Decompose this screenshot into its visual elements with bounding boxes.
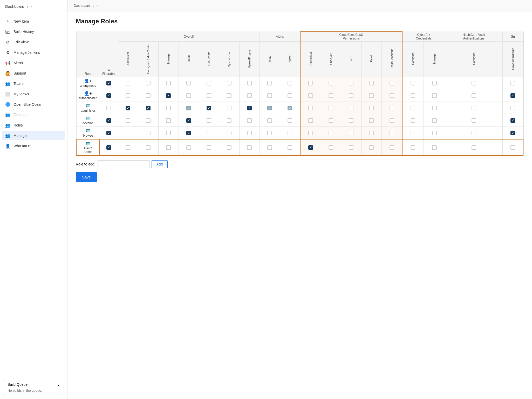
- checkbox[interactable]: [432, 131, 437, 135]
- checkbox[interactable]: [432, 145, 437, 150]
- sidebar-item-new-item[interactable]: + New Item: [0, 16, 67, 26]
- checkbox[interactable]: [510, 93, 515, 98]
- checkbox-authenticated-filterable[interactable]: [106, 93, 111, 98]
- checkbox-casc-admin-filterable[interactable]: [106, 145, 111, 150]
- checkbox[interactable]: [247, 145, 252, 150]
- checkbox[interactable]: [227, 81, 231, 85]
- checkbox[interactable]: [126, 145, 130, 150]
- checkbox[interactable]: [510, 131, 515, 135]
- checkbox[interactable]: [146, 131, 151, 135]
- checkbox[interactable]: [329, 118, 333, 123]
- checkbox[interactable]: [186, 81, 191, 85]
- save-button[interactable]: Save: [76, 172, 97, 182]
- checkbox[interactable]: [288, 93, 292, 98]
- checkbox[interactable]: [308, 81, 313, 85]
- checkbox[interactable]: [207, 145, 211, 150]
- checkbox[interactable]: [186, 131, 191, 135]
- sidebar-item-teams[interactable]: 👥 Teams: [0, 78, 67, 89]
- checkbox[interactable]: [207, 93, 211, 98]
- checkbox[interactable]: [288, 145, 292, 150]
- checkbox[interactable]: [227, 93, 231, 98]
- checkbox[interactable]: [146, 118, 151, 123]
- sidebar-item-who-am-i[interactable]: 👤 Who am I?: [0, 141, 67, 151]
- checkbox[interactable]: [166, 131, 171, 135]
- checkbox[interactable]: [146, 93, 151, 98]
- checkbox[interactable]: [267, 93, 272, 98]
- checkbox[interactable]: [411, 145, 415, 150]
- checkbox[interactable]: [432, 81, 437, 85]
- checkbox[interactable]: [349, 93, 353, 98]
- checkbox-develop-filterable[interactable]: [106, 118, 111, 123]
- checkbox[interactable]: [247, 106, 252, 110]
- checkbox[interactable]: [126, 131, 130, 135]
- checkbox[interactable]: [411, 93, 415, 98]
- checkbox[interactable]: [166, 106, 171, 110]
- checkbox[interactable]: [369, 81, 374, 85]
- checkbox[interactable]: [308, 118, 313, 123]
- checkbox[interactable]: [288, 81, 292, 85]
- checkbox[interactable]: [186, 93, 191, 98]
- checkbox[interactable]: [390, 106, 394, 110]
- checkbox[interactable]: [247, 131, 252, 135]
- checkbox[interactable]: [166, 118, 171, 123]
- checkbox[interactable]: [390, 145, 394, 150]
- checkbox[interactable]: [329, 106, 333, 110]
- checkbox[interactable]: [227, 118, 231, 123]
- checkbox[interactable]: [126, 118, 130, 123]
- sidebar-item-roles[interactable]: 👥 Roles: [0, 120, 67, 130]
- checkbox[interactable]: [411, 81, 415, 85]
- checkbox[interactable]: [207, 118, 211, 123]
- add-button[interactable]: Add: [152, 160, 168, 168]
- checkbox[interactable]: [349, 145, 353, 150]
- sidebar-header[interactable]: Dashboard ∨ ›: [0, 0, 67, 13]
- checkbox[interactable]: [308, 131, 313, 135]
- checkbox[interactable]: [349, 118, 353, 123]
- checkbox-administer-filterable[interactable]: [106, 106, 111, 110]
- checkbox[interactable]: [126, 81, 130, 85]
- checkbox[interactable]: [411, 106, 415, 110]
- sidebar-item-my-views[interactable]: ⬜ My Views: [0, 89, 67, 99]
- checkbox[interactable]: [369, 118, 374, 123]
- checkbox[interactable]: [267, 106, 272, 110]
- sidebar-item-manage[interactable]: 👥 Manage: [2, 131, 65, 140]
- checkbox[interactable]: [510, 81, 515, 85]
- checkbox[interactable]: [308, 106, 313, 110]
- checkbox[interactable]: [411, 131, 415, 135]
- checkbox[interactable]: [411, 118, 415, 123]
- checkbox[interactable]: [146, 145, 151, 150]
- checkbox[interactable]: [472, 93, 476, 98]
- checkbox[interactable]: [369, 106, 374, 110]
- breadcrumb-dashboard[interactable]: Dashboard: [74, 4, 90, 8]
- checkbox[interactable]: [390, 118, 394, 123]
- checkbox[interactable]: [349, 131, 353, 135]
- checkbox[interactable]: [186, 145, 191, 150]
- checkbox[interactable]: [472, 106, 476, 110]
- checkbox[interactable]: [390, 81, 394, 85]
- checkbox[interactable]: [247, 118, 252, 123]
- checkbox[interactable]: [472, 118, 476, 123]
- checkbox[interactable]: [288, 118, 292, 123]
- checkbox[interactable]: [472, 81, 476, 85]
- checkbox[interactable]: [186, 118, 191, 123]
- checkbox[interactable]: [267, 131, 272, 135]
- sidebar-item-open-blue-ocean[interactable]: Open Blue Ocean: [0, 99, 67, 110]
- checkbox[interactable]: [227, 131, 231, 135]
- checkbox-browse-filterable[interactable]: [106, 131, 111, 135]
- checkbox[interactable]: [126, 93, 130, 98]
- checkbox[interactable]: [472, 131, 476, 135]
- checkbox[interactable]: [432, 118, 437, 123]
- checkbox[interactable]: [166, 81, 171, 85]
- checkbox[interactable]: [247, 81, 252, 85]
- checkbox[interactable]: [126, 106, 130, 110]
- checkbox[interactable]: [432, 93, 437, 98]
- sidebar-item-support[interactable]: 🙋 Support: [0, 68, 67, 78]
- checkbox[interactable]: [267, 118, 272, 123]
- sidebar-item-manage-jenkins[interactable]: ⚙ Manage Jenkins: [0, 47, 67, 58]
- checkbox[interactable]: [472, 145, 476, 150]
- checkbox[interactable]: [510, 106, 515, 110]
- checkbox[interactable]: [288, 131, 292, 135]
- checkbox[interactable]: [227, 106, 231, 110]
- checkbox[interactable]: [349, 106, 353, 110]
- checkbox[interactable]: [207, 131, 211, 135]
- checkbox[interactable]: [369, 145, 374, 150]
